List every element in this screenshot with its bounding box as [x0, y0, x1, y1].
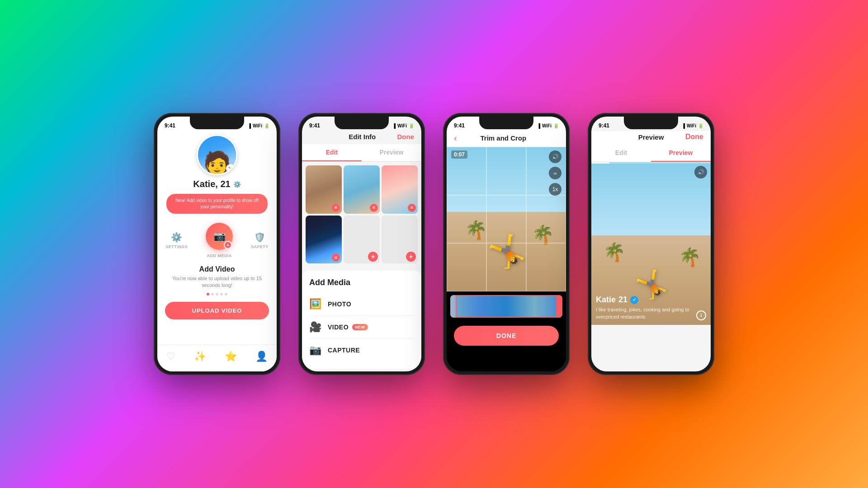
battery-icon-4: 🔋	[698, 123, 703, 128]
dot-2	[211, 293, 214, 296]
safety-action[interactable]: 🛡️ SAFETY	[251, 232, 269, 249]
boost-icon[interactable]: ✨	[194, 351, 206, 362]
photo-add-icon-1[interactable]: +	[368, 252, 378, 262]
trim-handle-right[interactable]	[557, 295, 562, 318]
photo-grid: × × × × + +	[302, 162, 421, 267]
bottom-nav-1: ♡ ✨ ⭐ 👤	[157, 344, 277, 371]
volume-button[interactable]: 🔊	[549, 150, 561, 163]
notch-4	[624, 117, 678, 129]
trim-selection	[456, 295, 557, 318]
status-icons-4: ▐ WiFi 🔋	[682, 123, 703, 128]
photo-label: PHOTO	[328, 300, 351, 308]
capture-icon: 📷	[309, 344, 321, 356]
photo-cell-3[interactable]: ×	[382, 165, 418, 214]
phone1-content: 🧑 ✏️ Katie, 21 ⚙️ New! Add video to your…	[157, 131, 277, 319]
wifi-icon: WiFi	[253, 123, 262, 128]
done-button-2[interactable]: Done	[397, 133, 415, 141]
photo-cell-add-2[interactable]: +	[382, 216, 418, 264]
preview-volume-button[interactable]: 🔊	[694, 166, 707, 178]
notch-2	[335, 117, 389, 129]
add-media-capture-item[interactable]: 📷 CAPTURE	[309, 339, 414, 361]
settings-label: SETTINGS	[165, 244, 188, 249]
done-button-3[interactable]: DONE	[454, 326, 559, 346]
back-button[interactable]: ‹	[454, 133, 457, 143]
phone-2-screen: 9:41 ▐ WiFi 🔋 . Edit Info Done Edit Prev…	[302, 117, 421, 371]
safety-label: SAFETY	[251, 244, 269, 249]
upload-video-button[interactable]: UPLOAD VIDEO	[165, 302, 269, 319]
signal-icon: ▐	[248, 123, 251, 128]
profile-actions: ⚙️ SETTINGS 📷 + ADD MEDIA 🛡️ SAFETY	[165, 223, 269, 258]
phone-3: 9:41 ▐ WiFi 🔋 ‹ Trim and Crop 🌴 🌴 🤸	[443, 113, 570, 375]
photo-remove-3[interactable]: ×	[408, 204, 416, 212]
banner-text: New! Add video to your profile to show o…	[175, 198, 259, 209]
super-like-icon[interactable]: ⭐	[225, 351, 237, 362]
preview-palm-right: 🌴	[679, 247, 701, 268]
phone-4: 9:41 ▐ WiFi 🔋 . Preview Done Edit Previe…	[588, 113, 714, 375]
tab-preview[interactable]: Preview	[362, 144, 421, 161]
wifi-icon-3: WiFi	[542, 123, 552, 128]
verified-badge: ✓	[630, 296, 638, 304]
photo-remove-4[interactable]: ×	[332, 253, 340, 262]
palm-tree-left: 🌴	[465, 220, 487, 241]
avatar-edit-icon[interactable]: ✏️	[226, 164, 235, 173]
time-4: 9:41	[599, 122, 609, 129]
phone-2: 9:41 ▐ WiFi 🔋 . Edit Info Done Edit Prev…	[298, 113, 425, 375]
photo-remove-1[interactable]: ×	[332, 204, 340, 212]
add-media-photo-item[interactable]: 🖼️ PHOTO	[309, 293, 414, 316]
preview-video-area: 🌴 🌴 🤸 🔊 Katie 21 ✓ I like traveling, jok…	[591, 162, 711, 325]
edit-info-title: Edit Info	[349, 133, 376, 141]
preview-sky	[591, 162, 711, 235]
loop-button[interactable]: ∞	[549, 167, 561, 179]
skater-scene: 🌴 🌴 🤸	[447, 147, 566, 291]
done-button-4[interactable]: Done	[685, 133, 703, 141]
video-timestamp: 0:07	[451, 150, 467, 159]
profile-icon[interactable]: 👤	[255, 351, 268, 362]
add-media-action[interactable]: 📷 + ADD MEDIA	[206, 223, 233, 258]
add-video-section: Add Video You're now able to upload vide…	[157, 265, 277, 319]
photo-remove-2[interactable]: ×	[370, 204, 378, 212]
video-preview-area: 🌴 🌴 🤸 0:07 🔊 ∞ 1x	[447, 147, 566, 291]
settings-small-icon: ⚙️	[233, 181, 241, 188]
status-icons-1: ▐ WiFi 🔋	[248, 123, 269, 128]
photo-cell-4[interactable]: ×	[306, 216, 342, 264]
status-icons-3: ▐ WiFi 🔋	[537, 123, 559, 128]
photo-cell-add-1[interactable]: +	[344, 216, 380, 264]
tab-edit[interactable]: Edit	[302, 144, 362, 161]
like-icon[interactable]: ♡	[166, 351, 175, 362]
photo-cell-1[interactable]: ×	[306, 165, 342, 214]
preview-age-text: 21	[618, 295, 627, 305]
video-progress-fill	[591, 162, 609, 164]
settings-action[interactable]: ⚙️ SETTINGS	[165, 232, 188, 249]
photo-cell-2[interactable]: ×	[344, 165, 380, 214]
palm-tree-right: 🌴	[532, 224, 554, 245]
video-controls: 🔊 ∞ 1x	[549, 150, 561, 196]
battery-icon-2: 🔋	[409, 123, 414, 128]
phone-1-screen: 9:41 ▐ WiFi 🔋 🧑 ✏️ Katie, 21 ⚙️ New! Add…	[157, 117, 277, 371]
preview-tabs: Edit Preview	[591, 145, 711, 162]
wifi-icon-4: WiFi	[687, 123, 696, 128]
settings-icon: ⚙️	[171, 232, 182, 243]
camera-button[interactable]: 📷 +	[206, 223, 233, 250]
preview-header-spacer: .	[599, 133, 617, 141]
add-media-video-item[interactable]: 🎥 VIDEO NEW	[309, 316, 414, 339]
info-button[interactable]: i	[696, 310, 706, 320]
preview-title: Preview	[638, 133, 664, 141]
photo-add-icon-2[interactable]: +	[406, 252, 416, 262]
time-2: 9:41	[309, 122, 320, 129]
tab-edit-4[interactable]: Edit	[591, 145, 651, 162]
dot-3	[216, 293, 218, 296]
edit-tabs: Edit Preview	[302, 144, 421, 162]
capture-label: CAPTURE	[328, 347, 360, 354]
wifi-icon-2: WiFi	[397, 123, 407, 128]
video-progress-bar[interactable]	[591, 162, 711, 164]
speed-button[interactable]: 1x	[549, 183, 561, 196]
section-title: Add Video	[157, 265, 277, 273]
profile-name: Katie, 21 ⚙️	[193, 179, 241, 189]
trim-bar[interactable]	[450, 295, 562, 318]
phone-3-screen: 9:41 ▐ WiFi 🔋 ‹ Trim and Crop 🌴 🌴 🤸	[447, 117, 566, 371]
trim-crop-title: Trim and Crop	[480, 134, 526, 142]
section-subtitle: You're now able to upload video up to 15…	[157, 275, 277, 289]
tab-preview-4[interactable]: Preview	[651, 145, 711, 162]
phone-1: 9:41 ▐ WiFi 🔋 🧑 ✏️ Katie, 21 ⚙️ New! Add…	[154, 113, 280, 375]
new-badge: NEW	[352, 324, 368, 330]
